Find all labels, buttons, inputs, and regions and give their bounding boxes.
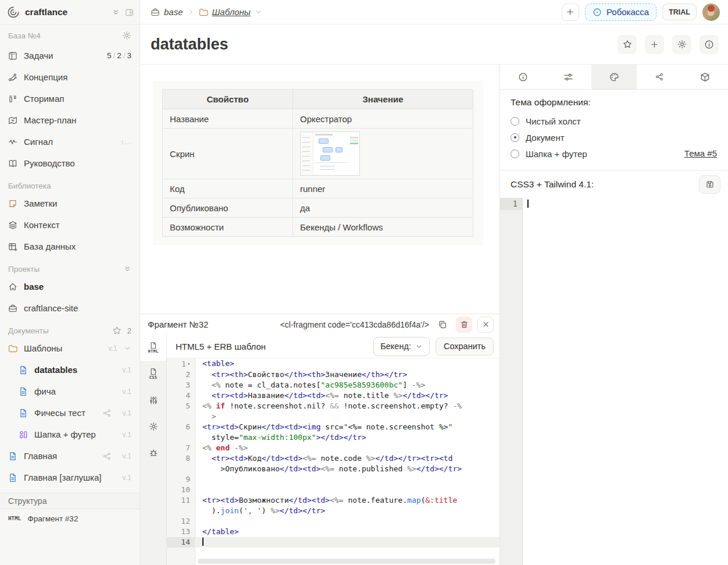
fold-caret-icon[interactable]: ▾ xyxy=(187,361,190,367)
code-line[interactable]: 13</table> xyxy=(167,527,499,537)
rail-tab-html[interactable]: HTML xyxy=(140,335,166,361)
line-number: 2 xyxy=(167,369,195,380)
panel-tab-cube[interactable] xyxy=(683,65,728,89)
file-icon xyxy=(19,408,28,418)
code-line[interactable]: 1▾<table> xyxy=(167,358,499,369)
sidebar-item[interactable]: База данных xyxy=(0,236,140,257)
panel-tab-palette[interactable] xyxy=(591,65,637,89)
sidebar-item-label: Главная [заглушка] xyxy=(24,472,111,482)
sidebar-item[interactable]: craftlance-site xyxy=(0,297,140,319)
code-line[interactable]: 9 xyxy=(167,474,499,485)
save-css-button[interactable] xyxy=(699,175,720,194)
code-line[interactable]: 2 <tr><th>Свойство</th><th>Значение</th>… xyxy=(167,369,499,380)
property-value: да xyxy=(293,198,473,218)
settings-button[interactable] xyxy=(672,35,691,54)
panel-tabs xyxy=(500,65,728,90)
code-line[interactable]: 14 xyxy=(167,537,499,548)
sidebar-item[interactable]: Сигналı… xyxy=(0,131,140,152)
code-line[interactable]: 8 <tr><td>Код</td><td><%= note.code %></… xyxy=(167,453,499,474)
css-editor[interactable]: 1 xyxy=(500,198,728,565)
theme-option[interactable]: Чистый холст xyxy=(511,113,718,129)
code-content xyxy=(195,516,499,527)
sidebar-item[interactable]: Задачи5/2/3 xyxy=(0,45,140,66)
sidebar-item[interactable]: base xyxy=(0,276,140,297)
avatar[interactable] xyxy=(702,3,720,21)
guide-icon xyxy=(8,159,17,168)
sidebar-item[interactable]: Контекст xyxy=(0,214,140,236)
sidebar-item[interactable]: Руководство xyxy=(0,152,140,174)
code-line[interactable]: 7<% end -%> xyxy=(167,443,499,453)
sidebar-item-label: База данных xyxy=(24,241,131,251)
base-selector[interactable]: База №4 xyxy=(0,26,140,45)
radio-button[interactable] xyxy=(511,150,519,158)
fragment-header: Фрагмент №32 <cl-fragment code='cc413cda… xyxy=(140,314,499,335)
sidebar-item[interactable]: HTMLФрагмент #32 xyxy=(0,509,140,528)
rail-tab-gear[interactable] xyxy=(140,413,166,439)
gear-icon[interactable] xyxy=(122,31,131,40)
info-button[interactable] xyxy=(700,35,719,54)
context-icon xyxy=(8,221,17,230)
favorite-button[interactable] xyxy=(618,35,637,54)
code-line[interactable]: 3 <% note = cl_data.notes["ac985e5859360… xyxy=(167,380,499,390)
cube-icon xyxy=(700,72,710,82)
sidebar-item[interactable]: Концепция xyxy=(0,66,140,88)
backend-select[interactable]: Бекенд: xyxy=(373,337,430,356)
panel-tab-sliders-h[interactable] xyxy=(545,65,591,89)
section-label: Библиотека xyxy=(8,182,131,190)
collapse-panel-icon[interactable] xyxy=(125,8,134,17)
code-line[interactable]: 6<tr><td>Скрин</td><td><img src="<%= not… xyxy=(167,422,499,443)
section-label: Документы xyxy=(8,326,109,335)
radio-button[interactable] xyxy=(511,133,519,142)
trial-badge[interactable]: TRIAL xyxy=(662,3,697,20)
sidebar-item[interactable]: Шапка + футерv.1 xyxy=(0,424,140,445)
chevron-down-icon[interactable] xyxy=(255,8,262,16)
theme-link[interactable]: Тема #5 xyxy=(684,148,717,158)
breadcrumb-project[interactable]: base xyxy=(164,7,183,17)
header-footer-icon xyxy=(19,430,28,439)
panel-tab-info[interactable] xyxy=(500,65,545,89)
code-editor[interactable]: 1▾<table>2 <tr><th>Свойство</th><th>Знач… xyxy=(167,358,499,565)
theme-option[interactable]: Документ xyxy=(511,129,718,145)
code-line[interactable]: 10 xyxy=(167,485,499,495)
workspace-header[interactable]: craftlance xyxy=(0,0,140,25)
version-label: v.1 xyxy=(122,431,131,439)
robokassa-button[interactable]: Робокасса xyxy=(585,3,656,21)
delete-button[interactable] xyxy=(456,317,472,333)
code-line[interactable]: 5<% if !note.screenshot.nil? && !note.sc… xyxy=(167,401,499,422)
rail-tab-label: CSS xyxy=(149,375,158,380)
save-button[interactable]: Сохранить xyxy=(436,337,494,356)
close-button[interactable] xyxy=(477,317,494,333)
add-button[interactable] xyxy=(562,3,579,21)
sidebar-item[interactable]: Сторимап xyxy=(0,88,140,109)
chevrons-down-icon[interactable] xyxy=(112,8,120,16)
breadcrumb-folder[interactable]: Шаблоны xyxy=(212,7,251,17)
sidebar-item[interactable]: Главнаяv.1 xyxy=(0,445,140,467)
copy-button[interactable] xyxy=(434,317,451,333)
property-name: Скрин xyxy=(163,129,293,179)
rail-tab-css[interactable]: CSS xyxy=(140,361,166,387)
rail-tab-bug[interactable] xyxy=(140,439,166,465)
panel-tab-share[interactable] xyxy=(637,65,682,89)
sidebar-item[interactable]: Заметки xyxy=(0,193,140,214)
notes-icon xyxy=(8,199,17,208)
sidebar-item[interactable]: Мастер-план xyxy=(0,109,140,131)
table-row: Скрин xyxy=(163,129,473,179)
horizontal-scrollbar[interactable] xyxy=(198,559,495,564)
editor-title: HTML5 + ERB шаблон xyxy=(176,342,367,351)
radio-button[interactable] xyxy=(511,117,519,126)
radio-label: Документ xyxy=(526,133,565,143)
app-window: craftlance База №4 Задачи5/2/3КонцепцияС… xyxy=(0,0,728,565)
sidebar-item[interactable]: Шаблоныv.1 xyxy=(0,337,140,359)
code-line[interactable]: 4 <tr><td>Название</td><td><%= note.titl… xyxy=(167,390,499,401)
add-block-button[interactable] xyxy=(645,35,664,54)
tasks-icon xyxy=(8,51,17,61)
code-line[interactable]: 12 xyxy=(167,516,499,527)
line-number: 4 xyxy=(167,390,195,401)
code-line[interactable]: 11<tr><td>Возможности</td><td><%= note.f… xyxy=(167,495,499,516)
sidebar-item[interactable]: datatablesv.1 xyxy=(0,359,140,381)
main-area: base Шаблоны Робокасса TRIAL datatables xyxy=(140,0,728,565)
sidebar-item[interactable]: Фичесы тестv.1 xyxy=(0,402,140,424)
rail-tab-sliders-v[interactable] xyxy=(140,387,166,413)
sidebar-item[interactable]: Главная [заглушка]v.1 xyxy=(0,467,140,488)
sidebar-item[interactable]: фичаv.1 xyxy=(0,381,140,402)
